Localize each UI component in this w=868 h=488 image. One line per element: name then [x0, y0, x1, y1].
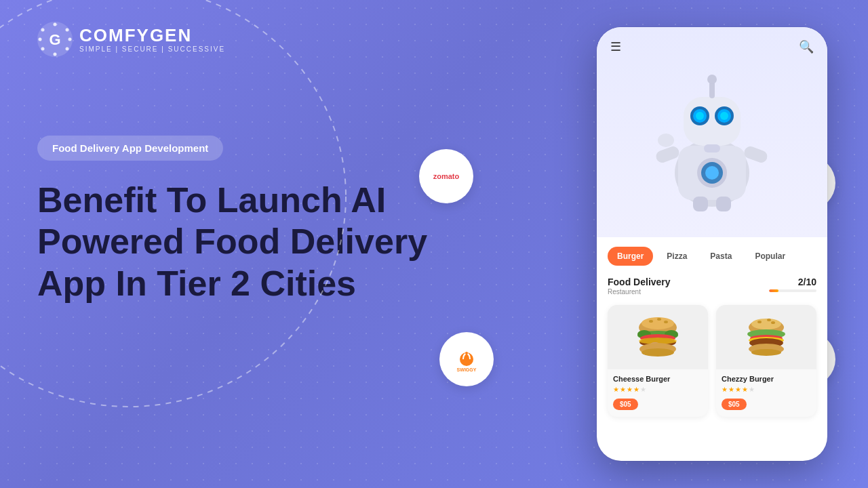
svg-point-42: [664, 321, 668, 323]
tab-burger[interactable]: Burger: [608, 247, 653, 266]
svg-point-2: [66, 28, 69, 32]
tab-pizza[interactable]: Pizza: [657, 247, 696, 266]
hero-title: Benefit To Launch AI Powered Food Delive…: [37, 180, 431, 304]
phone-frame: ☰ 🔍: [597, 27, 827, 461]
food-info-1: Cheesse Burger ★ ★ ★ ★ ★ $05: [608, 369, 708, 417]
food-card-2: Chezzy Burger ★ ★ ★ ★ ★ $05: [716, 305, 816, 417]
svg-point-7: [39, 38, 42, 41]
food-image-1: [608, 305, 708, 369]
rating-section: 2/10: [769, 277, 816, 292]
food-grid: Cheesse Burger ★ ★ ★ ★ ★ $05: [597, 301, 827, 421]
logo-text: COMFYGEN SIMPLE | SECURE | SUCCESSIVE: [79, 26, 225, 53]
food-info-2: Chezzy Burger ★ ★ ★ ★ ★ $05: [716, 369, 816, 417]
hamburger-icon[interactable]: ☰: [610, 39, 621, 54]
logo-name: COMFYGEN: [79, 26, 225, 44]
svg-point-51: [642, 348, 674, 357]
header: G COMFYGEN SIMPLE | SECURE | SUCCESSIVE: [37, 22, 225, 57]
rating-bar: [769, 289, 816, 292]
svg-point-55: [767, 319, 771, 321]
food-card-1: Cheesse Burger ★ ★ ★ ★ ★ $05: [608, 305, 708, 417]
svg-point-35: [658, 134, 674, 147]
svg-point-53: [751, 319, 781, 329]
phone-mockup: ☰ 🔍: [597, 27, 827, 461]
svg-text:G: G: [49, 31, 60, 48]
robot-illustration: [644, 51, 780, 214]
svg-point-40: [649, 320, 653, 323]
svg-point-8: [41, 28, 45, 32]
svg-point-12: [465, 352, 468, 354]
rating-number: 2/10: [769, 277, 816, 287]
food-name-1: Cheesse Burger: [613, 375, 703, 383]
category-badge: Food Delivery App Development: [37, 136, 223, 161]
svg-point-22: [705, 166, 719, 180]
food-image-2: [716, 305, 816, 369]
restaurant-type: Restaurent: [608, 288, 671, 296]
svg-rect-37: [716, 197, 731, 211]
svg-point-5: [54, 53, 57, 56]
tab-pasta[interactable]: Pasta: [701, 247, 741, 266]
restaurant-bar: Food Delivery Restaurent 2/10: [597, 272, 827, 301]
logo-tagline: SIMPLE | SECURE | SUCCESSIVE: [79, 45, 225, 53]
svg-point-31: [707, 75, 717, 84]
price-1: $05: [613, 399, 638, 410]
food-name-2: Chezzy Burger: [722, 375, 811, 383]
category-tabs: Burger Pizza Pasta Popular: [597, 237, 827, 272]
rating-fill: [769, 289, 778, 292]
left-content: Food Delivery App Development Benefit To…: [37, 136, 431, 304]
svg-point-62: [751, 349, 781, 356]
logo-icon: G: [37, 22, 73, 57]
svg-point-26: [696, 112, 704, 120]
robot-image-area: ☰ 🔍: [597, 27, 827, 237]
svg-point-3: [68, 38, 72, 41]
svg-rect-36: [693, 197, 708, 211]
svg-point-6: [41, 47, 45, 51]
stars-1: ★ ★ ★ ★ ★: [613, 386, 703, 393]
svg-point-1: [54, 23, 57, 26]
svg-point-56: [771, 321, 775, 324]
restaurant-name: Food Delivery: [608, 277, 671, 287]
svg-point-54: [757, 321, 762, 323]
tab-popular[interactable]: Popular: [745, 247, 795, 266]
phone-header: ☰ 🔍: [597, 39, 827, 54]
stars-2: ★ ★ ★ ★ ★: [722, 386, 811, 393]
price-2: $05: [722, 399, 747, 410]
svg-point-41: [657, 318, 661, 321]
svg-rect-32: [704, 144, 720, 152]
search-icon[interactable]: 🔍: [799, 39, 814, 54]
brand-zomato: zomato: [419, 149, 473, 203]
svg-rect-33: [654, 145, 681, 165]
svg-point-29: [720, 112, 728, 120]
brand-swiggy: SWIGGY: [439, 332, 494, 386]
svg-point-4: [66, 47, 69, 51]
